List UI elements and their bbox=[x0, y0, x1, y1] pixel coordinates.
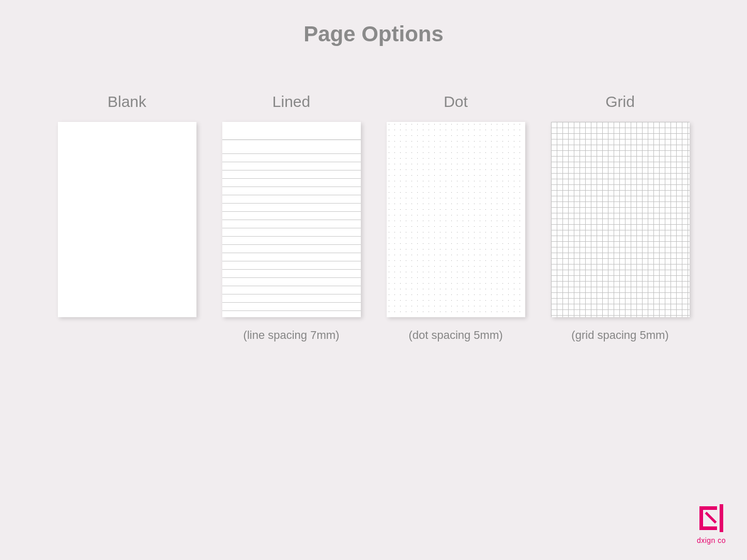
brand-logo: dxign co bbox=[696, 503, 726, 545]
option-grid: Grid (grid spacing 5mm) bbox=[548, 93, 693, 342]
option-grid-label: Grid bbox=[605, 93, 635, 111]
option-dot-label: Dot bbox=[444, 93, 468, 111]
brand-logo-icon bbox=[696, 503, 726, 533]
page-title: Page Options bbox=[0, 0, 747, 46]
option-dot: Dot (dot spacing 5mm) bbox=[384, 93, 528, 342]
grid-preview-icon bbox=[551, 122, 690, 317]
blank-preview-icon bbox=[58, 122, 196, 317]
option-grid-note: (grid spacing 5mm) bbox=[571, 329, 668, 342]
dot-preview-icon bbox=[387, 122, 525, 317]
option-lined: Lined (line spacing 7mm) bbox=[219, 93, 364, 342]
option-dot-note: (dot spacing 5mm) bbox=[408, 329, 502, 342]
page-options-container: Blank Lined (line spacing 7mm) Dot (dot … bbox=[0, 93, 747, 342]
option-blank: Blank bbox=[55, 93, 200, 342]
option-lined-label: Lined bbox=[272, 93, 310, 111]
option-blank-label: Blank bbox=[108, 93, 146, 111]
lined-preview-icon bbox=[222, 122, 361, 317]
option-lined-note: (line spacing 7mm) bbox=[243, 329, 340, 342]
brand-logo-text: dxign co bbox=[697, 536, 726, 545]
